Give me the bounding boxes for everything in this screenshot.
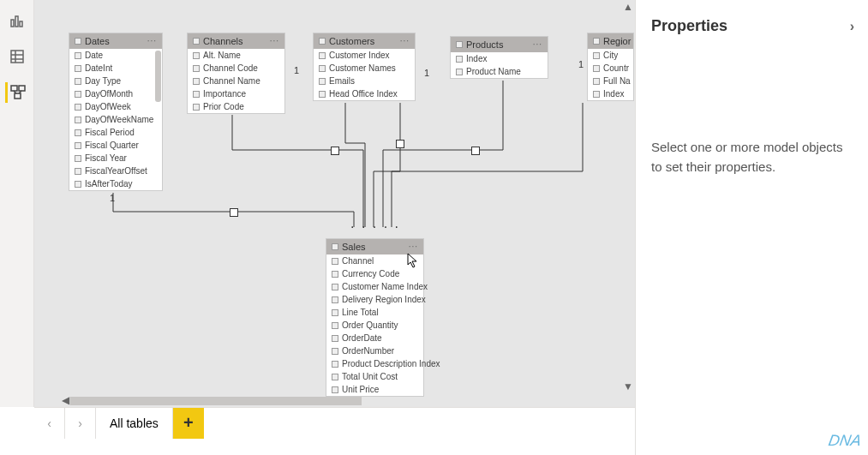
tab-label: All tables	[110, 416, 159, 430]
relationship-marker	[471, 147, 480, 155]
table-field[interactable]: Emails	[314, 75, 415, 87]
table-field[interactable]: Channel Code	[188, 62, 284, 75]
field-label: Importance	[203, 89, 246, 99]
table-field[interactable]: Customer Name Index	[326, 280, 423, 293]
field-icon	[332, 309, 338, 316]
field-icon	[593, 65, 600, 72]
table-channels[interactable]: Channels ··· Alt. Name Channel Code Chan…	[187, 33, 285, 114]
field-label: DateInt	[85, 63, 112, 73]
more-icon[interactable]: ···	[270, 36, 279, 45]
table-field[interactable]: OrderDate	[326, 332, 423, 344]
field-label: Prior Code	[203, 102, 244, 111]
field-label: DayOfWeek	[85, 102, 131, 111]
diagram-tab-strip: ‹ › All tables +	[34, 407, 635, 438]
tab-prev-button[interactable]: ‹	[34, 408, 65, 439]
table-field[interactable]: Alt. Name	[188, 49, 284, 62]
table-field[interactable]: Line Total	[326, 306, 423, 319]
field-icon	[593, 52, 600, 59]
table-title: Customers	[329, 36, 374, 46]
field-label: Emails	[329, 76, 355, 86]
table-field[interactable]: Unit Price	[326, 383, 423, 396]
table-products[interactable]: Products ··· Index Product Name	[450, 36, 548, 79]
table-scrollbar[interactable]	[155, 51, 161, 102]
table-header-dates[interactable]: Dates ···	[69, 33, 162, 49]
scrollbar-thumb[interactable]	[70, 397, 362, 405]
table-field[interactable]: Product Description Index	[326, 357, 423, 370]
cardinality-many: · · · · ·	[350, 225, 400, 230]
svg-rect-0	[11, 20, 14, 27]
scroll-left-arrow-icon[interactable]: ◀	[60, 395, 70, 405]
table-customers[interactable]: Customers ··· Customer Index Customer Na…	[313, 33, 416, 101]
table-header-customers[interactable]: Customers ···	[314, 33, 415, 49]
field-icon	[193, 104, 200, 111]
data-view-button[interactable]	[7, 46, 27, 67]
table-field[interactable]: DayOfWeek	[69, 100, 162, 113]
field-icon	[332, 258, 338, 265]
canvas-vertical-scrollbar[interactable]: ▲ ▼	[623, 2, 633, 392]
field-label: Channel	[342, 256, 374, 266]
table-field[interactable]: Index	[451, 52, 548, 65]
table-sales[interactable]: Sales ··· Channel Currency Code Customer…	[326, 238, 424, 397]
table-header-sales[interactable]: Sales ···	[326, 239, 423, 254]
table-field[interactable]: Customer Index	[314, 49, 415, 62]
tab-next-button[interactable]: ›	[65, 408, 96, 439]
table-field[interactable]: Product Name	[451, 65, 548, 78]
table-field[interactable]: FiscalYearOffset	[69, 165, 162, 177]
tab-all-tables[interactable]: All tables	[96, 408, 173, 439]
table-field[interactable]: IsAfterToday	[69, 177, 162, 190]
table-field[interactable]: Importance	[188, 87, 284, 100]
more-icon[interactable]: ···	[533, 39, 542, 49]
field-icon	[193, 78, 200, 85]
collapse-panel-chevron-icon[interactable]: ›	[850, 19, 854, 34]
table-field[interactable]: Order Quantity	[326, 319, 423, 332]
field-label: Alt. Name	[203, 51, 241, 60]
table-field[interactable]: Date	[69, 49, 162, 62]
field-icon	[593, 91, 600, 98]
table-field[interactable]: DayOfMonth	[69, 87, 162, 100]
field-label: Delivery Region Index	[342, 295, 426, 304]
table-field[interactable]: Customer Names	[314, 62, 415, 75]
properties-empty-message: Select one or more model objects to set …	[651, 138, 853, 177]
properties-panel: Properties › Select one or more model ob…	[635, 0, 868, 455]
table-field[interactable]: Currency Code	[326, 267, 423, 280]
table-header-products[interactable]: Products ···	[451, 37, 548, 52]
field-icon	[332, 296, 338, 303]
left-tool-rail	[0, 0, 34, 407]
more-icon[interactable]: ···	[409, 242, 418, 251]
scroll-up-arrow-icon[interactable]: ▲	[623, 2, 633, 12]
report-view-button[interactable]	[7, 10, 27, 31]
table-field[interactable]: DateInt	[69, 62, 162, 75]
scroll-down-arrow-icon[interactable]: ▼	[623, 381, 633, 392]
add-tab-button[interactable]: +	[173, 408, 204, 439]
more-icon[interactable]: ···	[147, 36, 157, 45]
table-field[interactable]: Day Type	[69, 75, 162, 87]
model-view-button[interactable]	[5, 82, 26, 103]
canvas-horizontal-scrollbar[interactable]: ◀ ▶	[70, 395, 633, 407]
field-label: Fiscal Quarter	[85, 141, 139, 150]
table-header-channels[interactable]: Channels ···	[188, 33, 284, 49]
field-label: Order Quantity	[342, 320, 398, 330]
table-field[interactable]: Total Unit Cost	[326, 370, 423, 383]
table-field[interactable]: Channel Name	[188, 75, 284, 87]
table-field[interactable]: Fiscal Year	[69, 152, 162, 165]
cardinality-one: 1	[578, 59, 584, 69]
table-field[interactable]: DayOfWeekName	[69, 113, 162, 126]
table-field[interactable]: OrderNumber	[326, 344, 423, 357]
field-icon	[75, 117, 81, 123]
table-field[interactable]: Delivery Region Index	[326, 293, 423, 306]
table-icon	[319, 38, 326, 45]
table-field[interactable]: Fiscal Period	[69, 126, 162, 139]
properties-title: Properties ›	[651, 17, 853, 35]
table-dates[interactable]: Dates ··· Date DateInt Day Type DayOfMon…	[69, 33, 163, 191]
field-icon	[332, 322, 338, 329]
table-field[interactable]: Channel	[326, 254, 423, 267]
table-field[interactable]: Fiscal Quarter	[69, 139, 162, 152]
relationship-marker	[331, 147, 339, 155]
field-icon	[193, 65, 200, 72]
table-field[interactable]: Prior Code	[188, 100, 284, 113]
table-field[interactable]: Head Office Index	[314, 87, 415, 100]
model-canvas-area[interactable]: 1 1 1 1 · · · · · Dates ··· Date DateInt…	[34, 0, 635, 407]
model-canvas[interactable]: 1 1 1 1 · · · · · Dates ··· Date DateInt…	[34, 0, 635, 407]
more-icon[interactable]: ···	[400, 36, 410, 45]
field-icon	[75, 155, 81, 162]
